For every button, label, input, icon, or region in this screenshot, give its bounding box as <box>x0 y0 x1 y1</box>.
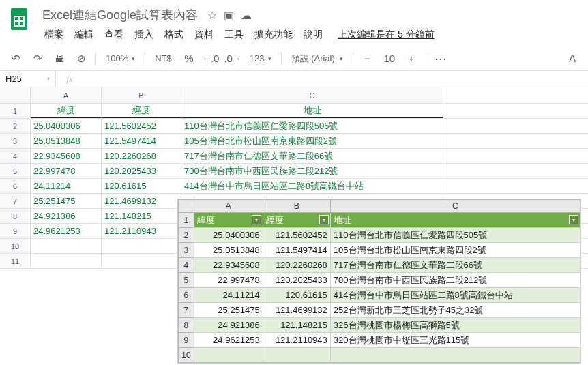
filter-icon[interactable]: ▾ <box>569 215 578 224</box>
cloud-status-icon: ☁ <box>241 9 252 22</box>
row-header[interactable]: 8 <box>0 209 31 223</box>
cell[interactable]: 地址 <box>181 104 443 118</box>
menu-insert[interactable]: 插入 <box>130 26 158 44</box>
print-button[interactable]: 🖶 <box>50 50 68 68</box>
excel-overlay: A B C 1 緯度▾ 經度▾ 地址▾ 225.0400306121.56024… <box>178 199 580 363</box>
collapse-toolbar-icon[interactable]: ᐱ <box>563 50 581 68</box>
cell[interactable]: 緯度 <box>31 104 102 118</box>
select-all-corner[interactable] <box>0 87 31 103</box>
col-header-c[interactable]: C <box>181 87 443 103</box>
excel-col-c[interactable]: C <box>331 199 580 213</box>
excel-header-addr[interactable]: 地址▾ <box>331 213 580 228</box>
row-header[interactable]: 3 <box>0 134 31 148</box>
move-folder-icon[interactable]: ▣ <box>224 9 234 22</box>
row-header[interactable]: 7 <box>0 194 31 208</box>
font-family-select[interactable]: 預設 (Arial) <box>287 50 347 68</box>
zoom-select[interactable]: 100% <box>102 50 139 66</box>
menubar: 檔案 編輯 查看 插入 格式 資料 工具 擴充功能 說明 上次編輯是在 5 分鐘… <box>40 26 581 44</box>
formula-bar: H25 fx <box>0 71 588 87</box>
percent-button[interactable]: % <box>180 50 198 68</box>
undo-button[interactable]: ↶ <box>7 50 25 68</box>
excel-header-lat[interactable]: 緯度▾ <box>194 213 263 228</box>
row-header[interactable]: 11 <box>0 254 31 268</box>
excel-col-b[interactable]: B <box>263 199 331 213</box>
paint-format-button[interactable]: ⊘ <box>72 50 90 68</box>
menu-file[interactable]: 檔案 <box>40 26 68 44</box>
menu-edit[interactable]: 編輯 <box>70 26 98 44</box>
app-header: Excel連結Google試算表內容 ☆ ▣ ☁ 檔案 編輯 查看 插入 格式 … <box>0 0 588 44</box>
star-icon[interactable]: ☆ <box>207 9 217 22</box>
row-header[interactable]: 9 <box>0 224 31 238</box>
decrease-decimal-button[interactable]: ←.0 <box>202 50 220 68</box>
font-size-decrease[interactable]: − <box>359 50 377 68</box>
fx-icon: fx <box>56 74 83 85</box>
currency-button[interactable]: NT$ <box>151 50 176 66</box>
menu-view[interactable]: 查看 <box>100 26 128 44</box>
doc-title[interactable]: Excel連結Google試算表內容 <box>40 5 201 25</box>
menu-format[interactable]: 格式 <box>160 26 188 44</box>
menu-extensions[interactable]: 擴充功能 <box>250 26 297 44</box>
filter-icon[interactable]: ▾ <box>319 215 329 224</box>
number-format-select[interactable]: 123 <box>246 50 276 66</box>
font-size-value[interactable]: 10 <box>381 50 398 68</box>
redo-button[interactable]: ↷ <box>29 50 46 68</box>
toolbar-overflow[interactable]: ⋯ <box>432 48 450 69</box>
col-header-a[interactable]: A <box>31 87 102 103</box>
excel-col-a[interactable]: A <box>194 199 263 213</box>
last-edit-link[interactable]: 上次編輯是在 5 分鐘前 <box>333 26 439 44</box>
menu-data[interactable]: 資料 <box>190 26 218 44</box>
row-header[interactable]: 2 <box>0 119 31 133</box>
cell[interactable]: 經度 <box>102 104 181 118</box>
row-header[interactable]: 5 <box>0 164 31 178</box>
filter-icon[interactable]: ▾ <box>252 215 261 224</box>
col-header-b[interactable]: B <box>102 87 181 103</box>
sheets-logo[interactable] <box>7 5 34 33</box>
row-header[interactable]: 4 <box>0 149 31 163</box>
excel-row-header[interactable]: 1 <box>178 213 194 228</box>
increase-decimal-button[interactable]: .0→ <box>224 50 241 68</box>
row-header[interactable]: 6 <box>0 179 31 193</box>
toolbar: ↶ ↷ 🖶 ⊘ 100% NT$ % ←.0 .0→ 123 預設 (Arial… <box>0 46 588 71</box>
row-header[interactable]: 10 <box>0 239 31 253</box>
excel-header-lng[interactable]: 經度▾ <box>263 213 331 228</box>
menu-help[interactable]: 說明 <box>299 26 327 44</box>
menu-tools[interactable]: 工具 <box>220 26 248 44</box>
font-size-increase[interactable]: + <box>402 50 420 68</box>
excel-corner[interactable] <box>178 199 194 213</box>
name-box[interactable]: H25 <box>0 71 56 87</box>
row-header[interactable]: 1 <box>0 104 31 118</box>
